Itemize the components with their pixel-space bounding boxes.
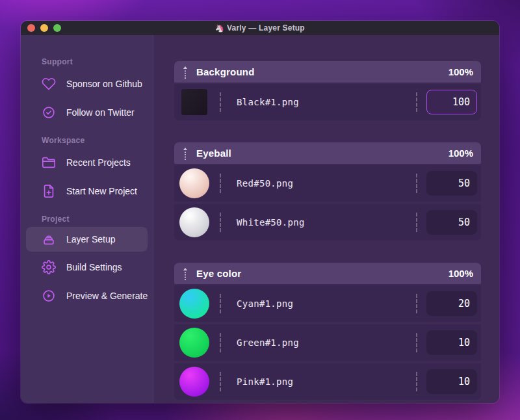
layer-weight-input[interactable]	[426, 369, 477, 394]
sidebar-item-start-new-project[interactable]: Start New Project	[21, 177, 153, 205]
sidebar-item-follow-on-twitter[interactable]: Follow on Twitter	[21, 98, 153, 127]
sidebar: Support Sponsor on Github Follow on Twit…	[21, 35, 153, 403]
sidebar-section: Project Layer Setup Build Settings Previ…	[21, 215, 153, 310]
layer-weight-input[interactable]	[426, 90, 477, 114]
divider	[220, 372, 222, 391]
sidebar-item-label: Layer Setup	[66, 234, 116, 244]
sidebar-section-label: Support	[42, 57, 153, 66]
divider	[416, 213, 419, 232]
layer-row-black-1-png[interactable]: Black#1.png	[174, 84, 481, 120]
layer-group-eye-color: Eye color 100% Cyan#1.png Green#1.png Pi…	[174, 263, 481, 400]
layer-filename: Green#1.png	[237, 337, 416, 348]
layer-row-white-50-png[interactable]: White#50.png	[174, 204, 481, 241]
divider	[416, 174, 419, 193]
divider	[220, 174, 222, 193]
sidebar-item-label: Sponsor on Github	[66, 79, 142, 89]
layer-group-weight: 100%	[448, 148, 473, 159]
layer-row-pink-1-png[interactable]: Pink#1.png	[174, 363, 481, 400]
sidebar-item-build-settings[interactable]: Build Settings	[21, 253, 153, 282]
sidebar-item-recent-projects[interactable]: Recent Projects	[21, 148, 153, 177]
layer-filename: Red#50.png	[237, 178, 416, 189]
layer-filename: White#50.png	[237, 217, 416, 228]
layer-row-cyan-1-png[interactable]: Cyan#1.png	[174, 285, 481, 322]
drag-handle-icon[interactable]	[181, 267, 190, 280]
window-title: 🦄Varly — Layer Setup	[21, 23, 499, 33]
check-badge-icon	[42, 105, 56, 120]
layer-group-header[interactable]: Background 100%	[174, 61, 481, 83]
layer-group-title: Background	[196, 66, 255, 77]
layer-weight-input[interactable]	[426, 330, 477, 355]
layer-filename: Pink#1.png	[237, 376, 416, 387]
divider	[220, 333, 222, 352]
layer-thumbnail	[179, 367, 209, 397]
layer-group-header[interactable]: Eyeball 100%	[174, 142, 481, 164]
divider	[416, 294, 419, 313]
drag-handle-icon[interactable]	[181, 66, 190, 79]
heart-icon	[42, 77, 56, 91]
sidebar-section-label: Workspace	[42, 136, 153, 145]
divider	[220, 294, 222, 313]
divider	[416, 333, 419, 352]
play-circle-icon	[42, 289, 56, 303]
sidebar-item-layer-setup[interactable]: Layer Setup	[26, 227, 148, 252]
layer-row-red-50-png[interactable]: Red#50.png	[174, 165, 481, 202]
layer-group-background: Background 100% Black#1.png	[174, 61, 481, 120]
layers-icon	[42, 232, 56, 246]
layer-row-green-1-png[interactable]: Green#1.png	[174, 324, 481, 361]
divider	[220, 213, 222, 232]
divider	[220, 92, 222, 112]
layer-weight-input[interactable]	[426, 210, 477, 235]
layer-group-eyeball: Eyeball 100% Red#50.png White#50.png	[174, 142, 481, 241]
sidebar-item-sponsor-on-github[interactable]: Sponsor on Github	[21, 70, 153, 98]
layer-group-title: Eyeball	[196, 148, 231, 159]
sidebar-item-label: Build Settings	[66, 262, 122, 272]
sidebar-section-label: Project	[42, 215, 153, 224]
window-title-text: Varly — Layer Setup	[227, 23, 305, 33]
layer-weight-input[interactable]	[426, 291, 477, 316]
layer-thumbnail	[179, 289, 209, 319]
layer-thumbnail	[179, 168, 209, 198]
unicorn-app-icon: 🦄	[215, 24, 224, 32]
sidebar-item-label: Follow on Twitter	[66, 107, 135, 118]
gear-icon	[42, 260, 56, 274]
sidebar-item-label: Preview & Generate	[66, 291, 148, 301]
sidebar-item-preview-generate[interactable]: Preview & Generate	[21, 282, 153, 310]
layer-group-weight: 100%	[448, 268, 473, 279]
layer-filename: Black#1.png	[237, 97, 416, 107]
titlebar[interactable]: 🦄Varly — Layer Setup	[21, 21, 499, 35]
sidebar-item-label: Recent Projects	[66, 157, 131, 168]
layer-filename: Cyan#1.png	[237, 298, 416, 309]
file-plus-icon	[42, 184, 56, 198]
layer-weight-input[interactable]	[426, 171, 477, 196]
app-window: 🦄Varly — Layer Setup Support Sponsor on …	[21, 21, 499, 403]
layer-group-header[interactable]: Eye color 100%	[174, 263, 481, 284]
folder-icon	[42, 155, 56, 170]
layer-thumbnail	[179, 328, 209, 358]
sidebar-section: Support Sponsor on Github Follow on Twit…	[21, 57, 153, 127]
divider	[416, 92, 419, 112]
divider	[416, 372, 419, 391]
drag-handle-icon[interactable]	[181, 147, 190, 160]
layer-group-title: Eye color	[196, 268, 241, 279]
layer-thumbnail	[181, 89, 207, 115]
layer-setup-panel: Background 100% Black#1.png Eyeball 100%…	[153, 35, 499, 403]
sidebar-item-label: Start New Project	[66, 186, 137, 196]
sidebar-section: Workspace Recent Projects Start New Proj…	[21, 136, 153, 205]
layer-thumbnail	[179, 207, 209, 237]
layer-group-weight: 100%	[448, 66, 473, 77]
